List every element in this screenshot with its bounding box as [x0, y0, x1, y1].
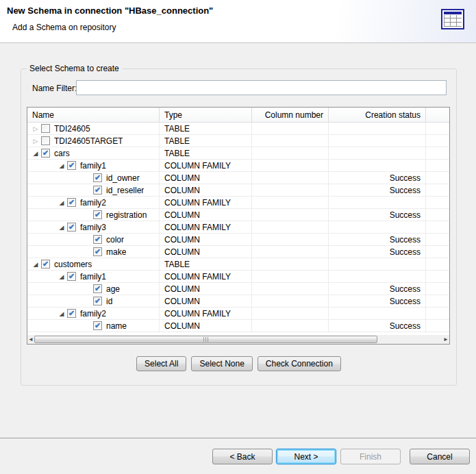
type-cell: COLUMN FAMILY — [160, 308, 252, 319]
name-filter-label: Name Filter: — [32, 84, 77, 93]
table-row[interactable]: ◢✔carsTABLE — [27, 147, 449, 160]
tree-expanded-expander-icon[interactable]: ◢ — [56, 160, 67, 171]
table-row[interactable]: ✔makeCOLUMNSuccess — [27, 246, 449, 258]
table-row[interactable]: ◢✔customersTABLE — [27, 258, 449, 271]
page-title: New Schema in connection "HBase_connecti… — [7, 5, 213, 16]
type-cell: COLUMN FAMILY — [160, 221, 252, 233]
row-name: color — [106, 235, 124, 245]
scrollbar-thumb[interactable] — [34, 336, 377, 343]
column-number-cell — [252, 184, 329, 196]
wizard-banner: New Schema in connection "HBase_connecti… — [0, 0, 476, 43]
table-row[interactable]: ◢✔family2COLUMN FAMILY — [27, 197, 449, 209]
row-checkbox[interactable]: ✔ — [67, 309, 76, 318]
table-row[interactable]: ✔colorCOLUMNSuccess — [27, 234, 449, 246]
extra-cell — [426, 234, 449, 245]
row-name: id — [106, 297, 112, 306]
table-grid-icon-cells — [444, 15, 462, 27]
column-number-cell — [252, 172, 329, 184]
table-row[interactable]: ✔ageCOLUMNSuccess — [27, 283, 449, 295]
name-cell: ◢✔family3 — [27, 221, 160, 233]
tree-expanded-expander-icon[interactable]: ◢ — [56, 308, 67, 319]
table-row[interactable]: ✔nameCOLUMNSuccess — [27, 320, 449, 332]
row-checkbox[interactable]: ✔ — [93, 173, 102, 182]
table-row[interactable]: ✔id_ownerCOLUMNSuccess — [27, 172, 449, 184]
select-none-button[interactable]: Select None — [191, 356, 252, 371]
scrollbar-right-arrow-icon[interactable]: ► — [442, 335, 449, 344]
row-checkbox[interactable]: ✔ — [67, 272, 76, 281]
check-connection-button[interactable]: Check Connection — [258, 356, 341, 371]
column-number-cell — [252, 197, 329, 208]
name-filter-input[interactable] — [76, 80, 447, 95]
table-row[interactable]: ◢✔family3COLUMN FAMILY — [27, 221, 449, 234]
row-checkbox[interactable]: ✔ — [93, 247, 102, 256]
select-schema-groupbox: Select Schema to create Name Filter: Nam… — [21, 68, 457, 386]
column-header-type[interactable]: Type — [160, 108, 252, 122]
row-checkbox[interactable] — [41, 124, 50, 133]
creation-status-cell — [329, 221, 426, 233]
tree-expanded-expander-icon[interactable]: ◢ — [30, 148, 41, 159]
row-checkbox[interactable]: ✔ — [93, 210, 102, 219]
table-row[interactable]: ✔id_resellerCOLUMNSuccess — [27, 184, 449, 197]
extra-cell — [426, 295, 449, 307]
row-checkbox[interactable]: ✔ — [93, 186, 102, 195]
column-header-creation-status[interactable]: Creation status — [329, 108, 426, 122]
row-checkbox[interactable]: ✔ — [41, 149, 50, 158]
table-row[interactable]: ✔idCOLUMNSuccess — [27, 295, 449, 308]
name-cell: ✔age — [27, 283, 160, 295]
extra-cell — [426, 271, 449, 282]
table-row[interactable]: ✔registrationCOLUMNSuccess — [27, 209, 449, 221]
creation-status-cell — [329, 258, 426, 270]
table-row[interactable]: ◢✔family1COLUMN FAMILY — [27, 160, 449, 172]
column-number-cell — [252, 209, 329, 221]
back-button[interactable]: < Back — [212, 449, 273, 464]
row-checkbox[interactable]: ✔ — [93, 235, 102, 244]
row-checkbox[interactable]: ✔ — [67, 161, 76, 170]
tree-expanded-expander-icon[interactable]: ◢ — [56, 271, 67, 282]
extra-cell — [426, 160, 449, 171]
row-checkbox[interactable]: ✔ — [93, 284, 102, 293]
tree-collapsed-expander-icon[interactable]: ▷ — [30, 123, 41, 134]
table-row[interactable]: ◢✔family1COLUMN FAMILY — [27, 271, 449, 283]
name-cell: ✔make — [27, 246, 160, 258]
tree-collapsed-expander-icon[interactable]: ▷ — [30, 136, 41, 147]
column-header-column-number[interactable]: Column number — [252, 108, 329, 122]
tree-expanded-expander-icon[interactable]: ◢ — [56, 197, 67, 208]
creation-status-cell: Success — [329, 172, 426, 184]
row-checkbox[interactable]: ✔ — [41, 260, 50, 269]
cancel-button[interactable]: Cancel — [410, 449, 470, 464]
row-checkbox[interactable]: ✔ — [93, 297, 102, 305]
horizontal-scrollbar[interactable]: ◄ ► — [27, 335, 449, 344]
creation-status-cell — [329, 147, 426, 159]
extra-cell — [426, 320, 449, 332]
table-row[interactable]: ▷TDI24605TABLE — [27, 123, 449, 135]
column-header-name[interactable]: Name — [27, 108, 160, 122]
table-row[interactable]: ◢✔family2COLUMN FAMILY — [27, 308, 449, 320]
tree-expanded-expander-icon[interactable]: ◢ — [30, 259, 41, 270]
creation-status-cell: Success — [329, 320, 426, 332]
row-checkbox[interactable] — [41, 136, 50, 145]
column-number-cell — [252, 295, 329, 307]
row-checkbox[interactable]: ✔ — [93, 321, 102, 330]
name-cell: ◢✔customers — [27, 258, 160, 270]
extra-cell — [426, 123, 449, 134]
finish-button[interactable]: Finish — [340, 449, 401, 464]
type-cell: COLUMN FAMILY — [160, 271, 252, 282]
select-all-button[interactable]: Select All — [136, 356, 186, 371]
row-name: family2 — [80, 198, 106, 208]
column-number-cell — [252, 283, 329, 295]
row-name: family1 — [80, 272, 106, 282]
extra-cell — [426, 197, 449, 208]
extra-cell — [426, 221, 449, 233]
table-row[interactable]: ▷TDI24605TARGETTABLE — [27, 135, 449, 147]
scrollbar-left-arrow-icon[interactable]: ◄ — [27, 335, 34, 344]
name-cell: ◢✔family1 — [27, 160, 160, 171]
type-cell: COLUMN — [160, 209, 252, 221]
next-button[interactable]: Next > — [276, 449, 336, 464]
type-cell: COLUMN — [160, 320, 252, 332]
row-name: customers — [54, 260, 92, 269]
table-header-row: Name Type Column number Creation status — [27, 108, 449, 123]
name-cell: ✔color — [27, 234, 160, 245]
tree-expanded-expander-icon[interactable]: ◢ — [56, 222, 67, 233]
row-checkbox[interactable]: ✔ — [67, 198, 76, 207]
row-checkbox[interactable]: ✔ — [67, 223, 76, 232]
